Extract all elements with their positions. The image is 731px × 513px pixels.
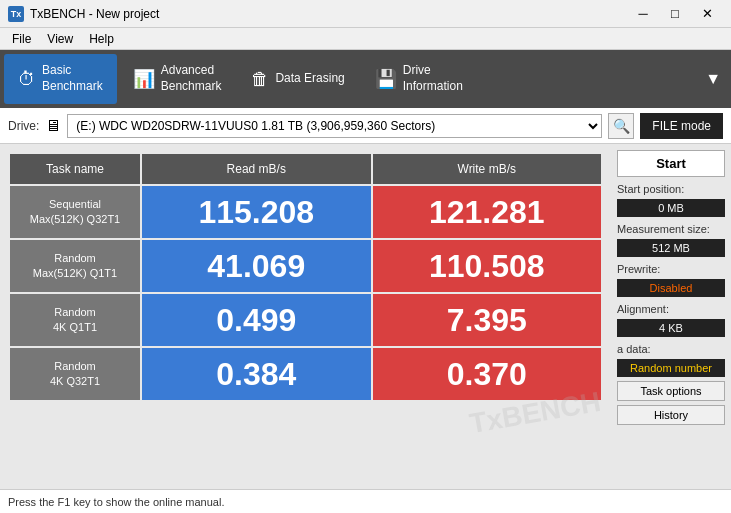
menu-bar: File View Help <box>0 28 731 50</box>
menu-file[interactable]: File <box>4 30 39 48</box>
write-value-1: 121.281 <box>373 186 602 238</box>
status-text: Press the F1 key to show the online manu… <box>8 496 224 508</box>
data-value: Random number <box>617 359 725 377</box>
col-header-task: Task name <box>10 154 140 184</box>
toolbar: ⏱ Basic Benchmark 📊 Advanced Benchmark 🗑… <box>0 50 731 108</box>
task-options-button[interactable]: Task options <box>617 381 725 401</box>
data-erasing-icon: 🗑 <box>251 69 269 90</box>
alignment-label: Alignment: <box>617 303 725 315</box>
benchmark-area: Task name Read mB/s Write mB/s Sequentia… <box>0 144 611 489</box>
basic-benchmark-icon: ⏱ <box>18 69 36 90</box>
main-content: Task name Read mB/s Write mB/s Sequentia… <box>0 144 731 489</box>
minimize-button[interactable]: ─ <box>627 4 659 24</box>
advanced-benchmark-icon: 📊 <box>133 68 155 90</box>
col-header-write: Write mB/s <box>373 154 602 184</box>
read-value-2: 41.069 <box>142 240 371 292</box>
measurement-size-value: 512 MB <box>617 239 725 257</box>
advanced-benchmark-label: Advanced Benchmark <box>161 63 222 94</box>
right-panel: Start Start position: 0 MB Measurement s… <box>611 144 731 489</box>
read-value-1: 115.208 <box>142 186 371 238</box>
drive-refresh-button[interactable]: 🔍 <box>608 113 634 139</box>
menu-view[interactable]: View <box>39 30 81 48</box>
status-bar: Press the F1 key to show the online manu… <box>0 489 731 513</box>
data-erasing-label: Data Erasing <box>275 71 344 87</box>
task-name-2: RandomMax(512K) Q1T1 <box>10 240 140 292</box>
title-bar-left: Tx TxBENCH - New project <box>8 6 159 22</box>
read-value-4: 0.384 <box>142 348 371 400</box>
toolbar-advanced-benchmark[interactable]: 📊 Advanced Benchmark <box>119 54 236 104</box>
prewrite-value: Disabled <box>617 279 725 297</box>
start-position-label: Start position: <box>617 183 725 195</box>
table-row: Random4K Q32T1 0.384 0.370 <box>10 348 601 400</box>
title-bar-controls: ─ □ ✕ <box>627 4 723 24</box>
toolbar-data-erasing[interactable]: 🗑 Data Erasing <box>237 54 358 104</box>
write-value-2: 110.508 <box>373 240 602 292</box>
table-row: RandomMax(512K) Q1T1 41.069 110.508 <box>10 240 601 292</box>
toolbar-basic-benchmark[interactable]: ⏱ Basic Benchmark <box>4 54 117 104</box>
drive-select[interactable]: (E:) WDC WD20SDRW-11VUUS0 1.81 TB (3,906… <box>67 114 602 138</box>
task-name-4: Random4K Q32T1 <box>10 348 140 400</box>
history-button[interactable]: History <box>617 405 725 425</box>
table-row: Random4K Q1T1 0.499 7.395 <box>10 294 601 346</box>
toolbar-drive-information[interactable]: 💾 Drive Information <box>361 54 477 104</box>
read-value-3: 0.499 <box>142 294 371 346</box>
close-button[interactable]: ✕ <box>691 4 723 24</box>
task-name-3: Random4K Q1T1 <box>10 294 140 346</box>
title-bar: Tx TxBENCH - New project ─ □ ✕ <box>0 0 731 28</box>
data-label: a data: <box>617 343 725 355</box>
maximize-button[interactable]: □ <box>659 4 691 24</box>
table-row: SequentialMax(512K) Q32T1 115.208 121.28… <box>10 186 601 238</box>
menu-help[interactable]: Help <box>81 30 122 48</box>
window-title: TxBENCH - New project <box>30 7 159 21</box>
alignment-value: 4 KB <box>617 319 725 337</box>
app-icon: Tx <box>8 6 24 22</box>
drive-icon: 🖥 <box>45 117 61 135</box>
write-value-3: 7.395 <box>373 294 602 346</box>
drive-information-icon: 💾 <box>375 68 397 90</box>
prewrite-label: Prewrite: <box>617 263 725 275</box>
measurement-size-label: Measurement size: <box>617 223 725 235</box>
write-value-4: 0.370 <box>373 348 602 400</box>
task-name-1: SequentialMax(512K) Q32T1 <box>10 186 140 238</box>
start-button[interactable]: Start <box>617 150 725 177</box>
drive-bar: Drive: 🖥 (E:) WDC WD20SDRW-11VUUS0 1.81 … <box>0 108 731 144</box>
basic-benchmark-label: Basic Benchmark <box>42 63 103 94</box>
drive-label: Drive: <box>8 119 39 133</box>
col-header-read: Read mB/s <box>142 154 371 184</box>
drive-information-label: Drive Information <box>403 63 463 94</box>
file-mode-button[interactable]: FILE mode <box>640 113 723 139</box>
toolbar-dropdown-arrow[interactable]: ▼ <box>699 70 727 88</box>
start-position-value: 0 MB <box>617 199 725 217</box>
refresh-icon: 🔍 <box>613 118 630 134</box>
benchmark-table: Task name Read mB/s Write mB/s Sequentia… <box>8 152 603 402</box>
